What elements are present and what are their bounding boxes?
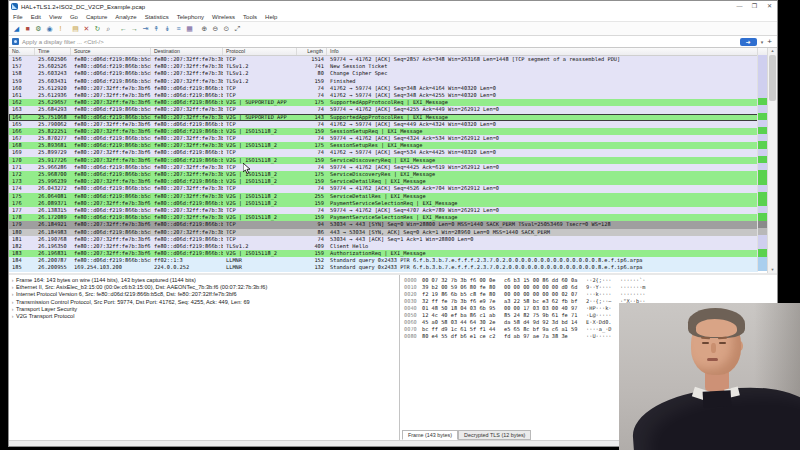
- packet-row-171[interactable]: 17125.966286fe80::d06d:f219:866b:b5c8fe8…: [9, 164, 758, 171]
- packet-row-178[interactable]: 17826.172089fe80::d06d:f219:866b:b5c8fe8…: [9, 214, 758, 221]
- auto-scroll-icon[interactable]: ≡: [173, 23, 184, 34]
- packet-row-177[interactable]: 17726.138315fe80::d06d:f219:866b:b5c8fe8…: [9, 207, 758, 214]
- packet-row-167[interactable]: 16725.870277fe80::d06d:f219:866b:b5c8fe8…: [9, 135, 758, 142]
- expand-chevron-icon[interactable]: ›: [9, 306, 16, 313]
- column-header-no[interactable]: No.: [9, 48, 35, 55]
- close-icon[interactable]: ✕: [762, 1, 777, 12]
- packet-row-160[interactable]: 16025.612920fe80::207:32ff:fe7b:3bf6fe80…: [9, 85, 758, 92]
- packet-row-174[interactable]: 17426.043272fe80::d06d:f219:866b:b5c8fe8…: [9, 185, 758, 192]
- title-bar[interactable]: HAL+TLS1.2+ISO2_DC_V2CP_Example.pcap — ❐…: [9, 1, 777, 12]
- scroll-down-icon[interactable]: ▼: [768, 267, 777, 273]
- zoom-100-icon[interactable]: ⊙: [221, 23, 232, 34]
- hex-row[interactable]: 001039 b2 00 59 06 80 fe 8000 00 00 00 0…: [404, 284, 777, 291]
- zoom-in-icon[interactable]: ⊕: [199, 23, 210, 34]
- capture-options-icon[interactable]: ⚙: [33, 23, 44, 34]
- expand-chevron-icon[interactable]: ›: [9, 277, 16, 284]
- tab-frame[interactable]: Frame (143 bytes): [402, 430, 458, 440]
- display-filter-input[interactable]: Apply a display filter ... <Ctrl-/>: [22, 39, 740, 45]
- packet-row-161[interactable]: 16125.612936fe80::207:32ff:fe7b:3bf6fe80…: [9, 92, 758, 99]
- menu-item-analyze[interactable]: Analyze: [111, 14, 140, 20]
- maximize-icon[interactable]: ❐: [747, 1, 762, 12]
- resize-columns-icon[interactable]: ⤢: [232, 23, 243, 34]
- detail-tree-row[interactable]: ›Internet Protocol Version 6, Src: fe80:…: [9, 291, 399, 298]
- packet-row-170[interactable]: 17025.917726fe80::207:32ff:fe7b:3bf6fe80…: [9, 157, 758, 164]
- packet-row-181[interactable]: 18126.190768fe80::207:32ff:fe7b:3bf6fe80…: [9, 236, 758, 243]
- add-filter-button[interactable]: +: [765, 38, 774, 46]
- menu-item-edit[interactable]: Edit: [27, 14, 45, 20]
- packet-row-169[interactable]: 16925.899729fe80::207:32ff:fe7b:3bf6fe80…: [9, 149, 758, 156]
- scrollbar-thumb[interactable]: [769, 55, 776, 101]
- packet-row-156[interactable]: 15625.602506fe80::d06d:f219:866b:b5c8fe8…: [9, 56, 758, 63]
- packet-row-175[interactable]: 17526.064081fe80::d06d:f219:866b:b5c8fe8…: [9, 193, 758, 200]
- find-packet-icon[interactable]: ⌕: [103, 23, 114, 34]
- restart-capture-icon[interactable]: ◉: [44, 23, 55, 34]
- cell-src: fe80::d06d:f219:866b:b5c8: [71, 135, 151, 142]
- column-header-time[interactable]: Time: [35, 48, 71, 55]
- detail-tree-row[interactable]: ›V2G Transport Protocol: [9, 313, 399, 320]
- packet-row-180[interactable]: 18026.184983fe80::d06d:f219:866b:b5c8fe8…: [9, 229, 758, 236]
- hex-row[interactable]: 000000 07 32 7b 3b f6 00 0ec6 b3 15 00 8…: [404, 277, 777, 284]
- menu-item-statistics[interactable]: Statistics: [141, 14, 173, 20]
- packet-row-166[interactable]: 16625.822251fe80::207:32ff:fe7b:3bf6fe80…: [9, 128, 758, 135]
- minimize-icon[interactable]: —: [732, 1, 747, 12]
- menu-item-view[interactable]: View: [45, 14, 66, 20]
- alert-icon[interactable]: !: [55, 23, 66, 34]
- first-packet-icon[interactable]: ↟: [151, 23, 162, 34]
- packet-row-163[interactable]: 16325.684293fe80::d06d:f219:866b:b5c8fe8…: [9, 106, 758, 113]
- go-back-icon[interactable]: ←: [118, 23, 129, 34]
- packet-row-176[interactable]: 17626.089371fe80::207:32ff:fe7b:3bf6fe80…: [9, 200, 758, 207]
- packet-row-157[interactable]: 15725.602526fe80::d06d:f219:866b:b5c8fe8…: [9, 63, 758, 70]
- packet-row-184[interactable]: 18426.200787fe80::d06d:f219:866b:b5c8ff0…: [9, 257, 758, 264]
- packet-row-182[interactable]: 18226.196350fe80::207:32ff:fe7b:3bf6fe80…: [9, 243, 758, 250]
- column-header-length[interactable]: Length: [297, 48, 327, 55]
- packet-row-165[interactable]: 16525.790062fe80::207:32ff:fe7b:3bf6fe80…: [9, 121, 758, 128]
- colorize-icon[interactable]: ▦: [184, 23, 195, 34]
- expand-chevron-icon[interactable]: ›: [9, 313, 16, 320]
- expand-chevron-icon[interactable]: ›: [9, 291, 16, 298]
- column-header-destination[interactable]: Destination: [151, 48, 223, 55]
- packet-row-185[interactable]: 18526.200955169.254.103.200224.0.0.252LL…: [9, 264, 758, 271]
- apply-filter-button[interactable]: ➜: [740, 38, 757, 46]
- scroll-up-icon[interactable]: ▲: [768, 48, 777, 54]
- packet-row-162[interactable]: 16225.629657fe80::207:32ff:fe7b:3bf6fe80…: [9, 99, 758, 106]
- menu-item-help[interactable]: Help: [261, 14, 281, 20]
- menu-item-go[interactable]: Go: [66, 14, 82, 20]
- menu-item-tools[interactable]: Tools: [239, 14, 261, 20]
- zoom-out-icon[interactable]: ⊖: [210, 23, 221, 34]
- open-file-icon[interactable]: ▤: [70, 23, 81, 34]
- detail-tree-row[interactable]: ›Transport Layer Security: [9, 306, 399, 313]
- packet-row-164[interactable]: 16425.751068fe80::d06d:f219:866b:b5c8fe8…: [9, 114, 758, 121]
- detail-tree-row[interactable]: ›Ethernet II, Src: AsixElec_b3:15:00 (00…: [9, 284, 399, 291]
- detail-tree-row[interactable]: ›Frame 164: 143 bytes on wire (1144 bits…: [9, 277, 399, 284]
- packet-row-168[interactable]: 16825.893681fe80::d06d:f219:866b:b5c8fe8…: [9, 142, 758, 149]
- packet-row-179[interactable]: 17926.184921fe80::207:32ff:fe7b:3bf6fe80…: [9, 221, 758, 228]
- packet-row-173[interactable]: 17325.996239fe80::207:32ff:fe7b:3bf6fe80…: [9, 178, 758, 185]
- stop-capture-icon[interactable]: ■: [22, 23, 33, 34]
- column-header-source[interactable]: Source: [71, 48, 151, 55]
- cell-dst: fe80::207:32ff:fe7b:3bf6: [151, 106, 223, 113]
- expand-chevron-icon[interactable]: ›: [9, 299, 16, 306]
- close-file-icon[interactable]: ✕: [81, 23, 92, 34]
- expand-chevron-icon[interactable]: ›: [9, 284, 16, 291]
- filter-bookmark-icon[interactable]: [12, 38, 19, 45]
- packet-list-scrollbar[interactable]: ▲ ▼: [767, 48, 777, 273]
- packet-row-172[interactable]: 17225.968700fe80::d06d:f219:866b:b5c8fe8…: [9, 171, 758, 178]
- hex-row[interactable]: 0020f2 19 86 6b b5 c8 fe 8000 00 00 00 0…: [404, 291, 777, 298]
- packet-row-183[interactable]: 18326.196831fe80::207:32ff:fe7b:3bf6fe80…: [9, 250, 758, 257]
- column-header-protocol[interactable]: Protocol: [223, 48, 297, 55]
- menu-item-wireless[interactable]: Wireless: [208, 14, 239, 20]
- ascii-bytes: ······`·: [620, 277, 654, 284]
- start-capture-icon[interactable]: ◢: [11, 23, 22, 34]
- last-packet-icon[interactable]: ↡: [162, 23, 173, 34]
- menu-item-telephony[interactable]: Telephony: [173, 14, 208, 20]
- go-forward-icon[interactable]: →: [129, 23, 140, 34]
- packet-row-158[interactable]: 15825.603243fe80::d06d:f219:866b:b5c8fe8…: [9, 70, 758, 77]
- menu-item-file[interactable]: File: [9, 14, 27, 20]
- reload-icon[interactable]: ↻: [92, 23, 103, 34]
- detail-tree-row[interactable]: ›Transmission Control Protocol, Src Port…: [9, 299, 399, 306]
- column-header-info[interactable]: Info: [327, 48, 758, 55]
- packet-row-159[interactable]: 15925.603431fe80::d06d:f219:866b:b5c8fe8…: [9, 78, 758, 85]
- menu-item-capture[interactable]: Capture: [82, 14, 111, 20]
- go-to-packet-icon[interactable]: ⇥: [140, 23, 151, 34]
- tab-decrypted[interactable]: Decrypted TLS (12 bytes): [458, 430, 531, 440]
